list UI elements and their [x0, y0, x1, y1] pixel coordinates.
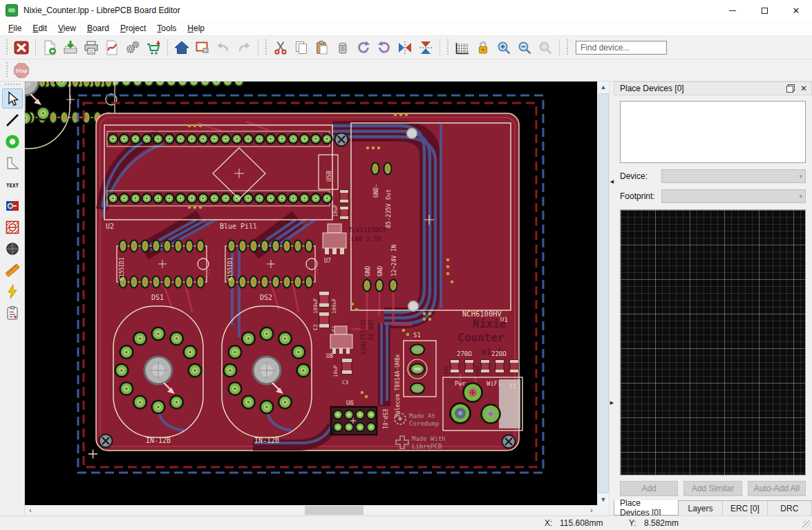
tab-layers[interactable]: Layers: [679, 501, 723, 515]
toolbar-drag-handle[interactable]: [565, 39, 569, 56]
toolbar-drag-handle[interactable]: [264, 39, 268, 56]
menu-board[interactable]: Board: [82, 22, 115, 35]
delete-button[interactable]: [332, 38, 353, 57]
ref-u4: U4: [314, 268, 320, 275]
main-toolbar: [0, 36, 812, 59]
flip-horizontal-button[interactable]: [395, 38, 415, 57]
scroll-down-icon[interactable]: ▼: [598, 494, 610, 505]
print-button[interactable]: [81, 38, 102, 57]
mount-hole-top[interactable]: [335, 133, 348, 146]
label-85-235v-out: 85-235V Out: [385, 189, 392, 228]
redo-button[interactable]: [234, 38, 254, 57]
board-window-button[interactable]: [192, 38, 213, 57]
add-button[interactable]: Add: [620, 481, 678, 496]
vertical-scrollbar[interactable]: ▲ ▼: [597, 82, 609, 505]
label-gnd-minus: GND-: [372, 184, 379, 198]
add-hole-tool[interactable]: [2, 238, 23, 258]
cut-button[interactable]: [270, 38, 291, 57]
maximize-button[interactable]: [748, 0, 780, 21]
grid-settings-button[interactable]: [452, 38, 473, 57]
footprint-combobox[interactable]: ▾: [661, 189, 806, 203]
palette-drag-handle[interactable]: [5, 83, 20, 86]
save-project-button[interactable]: [60, 38, 81, 57]
ref-u3: U3: [205, 268, 211, 275]
add-text-tool[interactable]: TEXT: [2, 174, 23, 194]
horizontal-scrollbar[interactable]: ‹ ›: [25, 505, 597, 515]
ref-u7: U7: [324, 257, 331, 264]
minimize-button[interactable]: [717, 0, 748, 21]
device-combobox[interactable]: ▾: [661, 169, 806, 183]
collapse-right-icon[interactable]: ▶: [610, 399, 614, 406]
copy-icon: [293, 39, 310, 56]
dock-title-bar[interactable]: Place Devices [0] ✕: [614, 82, 812, 95]
window-icon: [194, 39, 211, 56]
auto-add-all-button[interactable]: Auto-Add All: [748, 481, 806, 496]
mount-hole-bottom-left[interactable]: [100, 435, 113, 448]
label-blue-pill[interactable]: Blue Pill: [220, 223, 257, 230]
add-zone-tool[interactable]: [2, 217, 23, 237]
scroll-left-icon[interactable]: ‹: [25, 505, 36, 515]
pcb-board[interactable]: U2 Blue Pill USB GND- 85-235V Ou: [88, 113, 522, 459]
quick-check-tool[interactable]: [2, 281, 23, 301]
vertical-scroll-thumb[interactable]: [598, 93, 609, 493]
zoom-out-button[interactable]: [514, 38, 535, 57]
pcb-canvas[interactable]: U2 Blue Pill USB GND- 85-235V Ou: [25, 82, 597, 505]
tab-drc[interactable]: DRC: [768, 501, 812, 515]
toolbar-drag-handle[interactable]: [5, 39, 9, 56]
rotate-cw-button[interactable]: [374, 38, 395, 57]
add-similar-button[interactable]: Add Similar: [683, 481, 742, 496]
new-project-button[interactable]: [39, 38, 60, 57]
lock-button[interactable]: [473, 38, 493, 57]
resize-grip[interactable]: [802, 520, 811, 529]
collapse-left-icon[interactable]: ◀: [610, 178, 614, 185]
label-100uf-1: 100uF: [312, 298, 319, 314]
rotate-ccw-button[interactable]: [353, 38, 374, 57]
zoom-in-button[interactable]: [493, 38, 514, 57]
menu-tools[interactable]: Tools: [151, 22, 182, 35]
scroll-up-icon[interactable]: ▲: [598, 82, 610, 93]
export-pdf-button[interactable]: [102, 38, 122, 57]
tab-place-devices[interactable]: Place Devices [0]: [614, 500, 679, 515]
drc-check-tool[interactable]: [2, 303, 23, 323]
control-panel-button[interactable]: [171, 38, 192, 57]
menu-file[interactable]: File: [3, 22, 27, 35]
footprint-preview[interactable]: [620, 209, 806, 475]
ref-ds1[interactable]: DS1: [151, 294, 164, 301]
close-button[interactable]: ✕: [780, 0, 812, 21]
menu-edit[interactable]: Edit: [27, 22, 53, 35]
copy-button[interactable]: [291, 38, 312, 57]
close-panel-icon[interactable]: ✕: [799, 84, 809, 93]
scroll-right-icon[interactable]: ›: [586, 505, 597, 515]
float-panel-icon[interactable]: [786, 84, 795, 93]
paste-button[interactable]: [312, 38, 332, 57]
line-icon: [4, 112, 21, 129]
tab-erc[interactable]: ERC [0]: [723, 501, 767, 515]
dock-splitter[interactable]: ◀ ▶: [609, 82, 614, 515]
menu-view[interactable]: View: [53, 22, 82, 35]
scrollbar-corner: [597, 505, 609, 515]
measure-tool[interactable]: [2, 260, 23, 280]
draw-polygon-tool[interactable]: [2, 153, 23, 173]
find-device-input[interactable]: [576, 41, 667, 55]
draw-trace-tool[interactable]: [2, 110, 23, 130]
toolbar-drag-handle[interactable]: [5, 62, 9, 79]
unplaced-devices-list[interactable]: [620, 101, 806, 163]
fabrication-output-button[interactable]: [122, 38, 143, 57]
add-via-tool[interactable]: [2, 131, 23, 151]
horizontal-scroll-thumb[interactable]: [305, 506, 363, 515]
zoom-fit-button[interactable]: [535, 38, 556, 57]
ref-ds2[interactable]: DS2: [260, 294, 272, 301]
draw-plane-tool[interactable]: [2, 196, 23, 216]
ref-u2[interactable]: U2: [106, 223, 114, 230]
select-tool[interactable]: [2, 88, 23, 108]
toolbar-drag-handle[interactable]: [446, 39, 450, 56]
close-project-button[interactable]: [11, 38, 32, 57]
dock-title: Place Devices [0]: [620, 84, 684, 93]
menu-help[interactable]: Help: [182, 22, 210, 35]
undo-button[interactable]: [213, 38, 234, 57]
mount-hole-bottom-right[interactable]: [502, 435, 516, 448]
abort-command-button[interactable]: Stop: [11, 61, 32, 80]
order-pcb-button[interactable]: [143, 38, 164, 57]
menu-project[interactable]: Project: [115, 22, 151, 35]
flip-vertical-button[interactable]: [415, 38, 436, 57]
